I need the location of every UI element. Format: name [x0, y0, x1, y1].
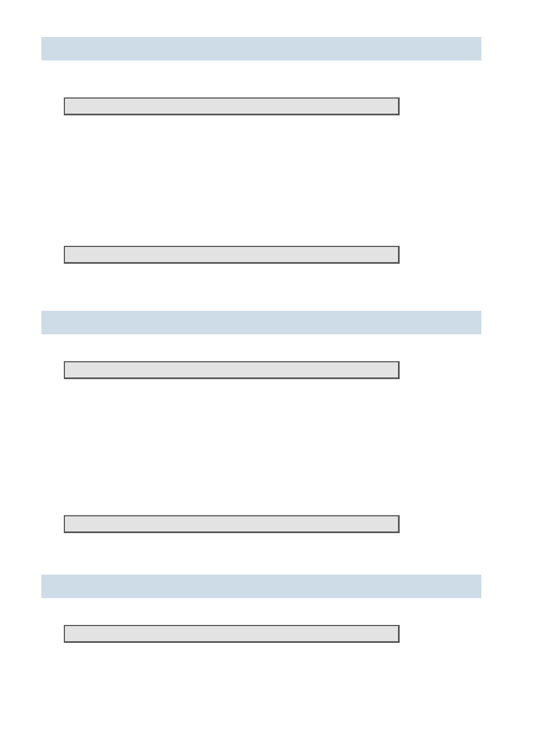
section-heading — [41, 311, 481, 334]
document-page — [0, 0, 534, 756]
code-block — [64, 515, 400, 533]
code-block — [64, 625, 400, 643]
code-block — [64, 97, 400, 115]
section-heading — [41, 575, 481, 598]
code-block — [64, 361, 400, 379]
code-block — [64, 246, 400, 264]
section-heading — [41, 37, 481, 60]
